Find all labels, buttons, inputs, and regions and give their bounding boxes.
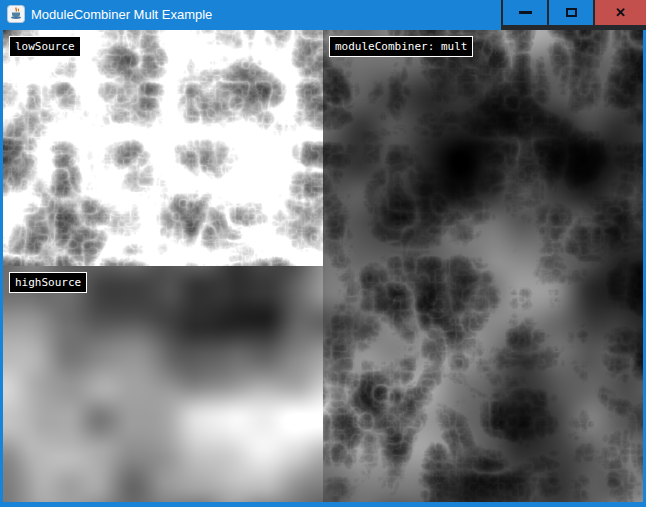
titlebar[interactable]: ModuleCombiner Mult Example ✕ [0,0,646,30]
mult-label: moduleCombiner: mult [329,36,473,57]
close-icon: ✕ [615,6,626,19]
minimize-button[interactable] [503,0,547,25]
low-source-texture [3,30,323,266]
render-area: lowSource highSource moduleCombiner: mul… [3,30,643,502]
java-coffee-cup-icon [7,5,25,23]
app-window: ModuleCombiner Mult Example ✕ lowSource … [0,0,646,507]
panel-high-source: highSource [3,266,323,502]
high-source-label: highSource [9,272,87,293]
minimize-icon [519,11,532,14]
maximize-icon [566,8,577,17]
window-controls: ✕ [501,0,646,30]
high-source-texture [3,266,323,502]
close-button[interactable]: ✕ [595,0,646,25]
low-source-label: lowSource [9,36,81,57]
mult-result-texture [323,30,643,502]
window-title: ModuleCombiner Mult Example [31,0,212,30]
maximize-button[interactable] [549,0,593,25]
panel-module-combiner-mult: moduleCombiner: mult [323,30,643,502]
panel-low-source: lowSource [3,30,323,266]
